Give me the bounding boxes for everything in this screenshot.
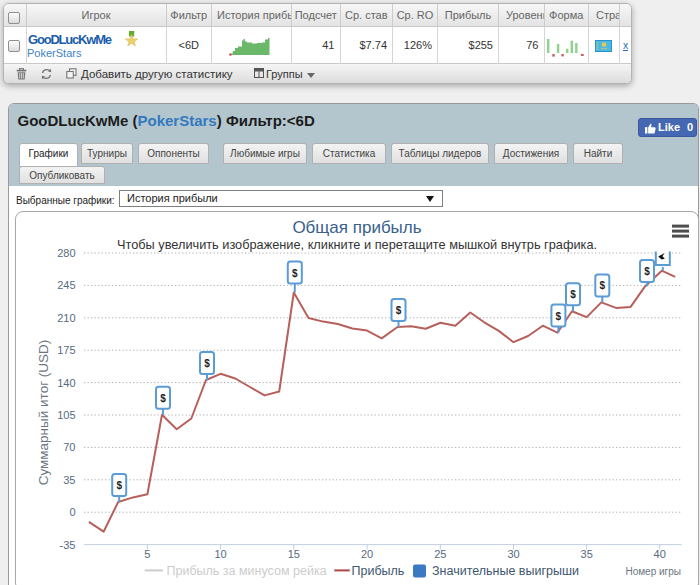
svg-text:-35: -35 — [60, 539, 76, 551]
svg-text:$: $ — [396, 305, 402, 316]
svg-text:245: 245 — [57, 279, 75, 291]
svg-text:35: 35 — [63, 474, 75, 486]
svg-text:140: 140 — [57, 377, 75, 389]
svg-text:$: $ — [204, 358, 210, 369]
svg-text:$: $ — [116, 480, 122, 491]
svg-text:210: 210 — [57, 312, 75, 324]
svg-text:20: 20 — [361, 548, 373, 560]
svg-text:25: 25 — [434, 548, 446, 560]
svg-text:40: 40 — [654, 548, 666, 560]
svg-text:$: $ — [570, 289, 576, 300]
svg-text:70: 70 — [63, 441, 75, 453]
svg-text:30: 30 — [507, 548, 519, 560]
svg-text:5: 5 — [144, 548, 150, 560]
svg-text:105: 105 — [57, 409, 75, 421]
svg-text:Значительные выигрыши: Значительные выигрыши — [432, 564, 579, 578]
svg-text:35: 35 — [581, 548, 593, 560]
svg-text:175: 175 — [57, 344, 75, 356]
svg-text:Прибыль: Прибыль — [352, 564, 405, 578]
svg-text:$: $ — [644, 266, 650, 277]
svg-text:10: 10 — [214, 548, 226, 560]
svg-text:280: 280 — [57, 247, 75, 259]
svg-text:$: $ — [600, 280, 606, 291]
svg-text:$: $ — [160, 393, 166, 404]
svg-text:0: 0 — [69, 506, 75, 518]
svg-text:Прибыль за минусом рейка: Прибыль за минусом рейка — [167, 564, 327, 578]
svg-text:15: 15 — [288, 548, 300, 560]
svg-text:Номер игры: Номер игры — [625, 566, 681, 577]
svg-text:$: $ — [556, 311, 562, 322]
svg-text:$: $ — [292, 268, 298, 279]
svg-text:Суммарный итог (USD): Суммарный итог (USD) — [36, 340, 51, 486]
svg-text:Общая прибыль: Общая прибыль — [292, 218, 421, 237]
svg-text:Чтобы увеличить изображение, к: Чтобы увеличить изображение, кликните и … — [117, 237, 597, 252]
